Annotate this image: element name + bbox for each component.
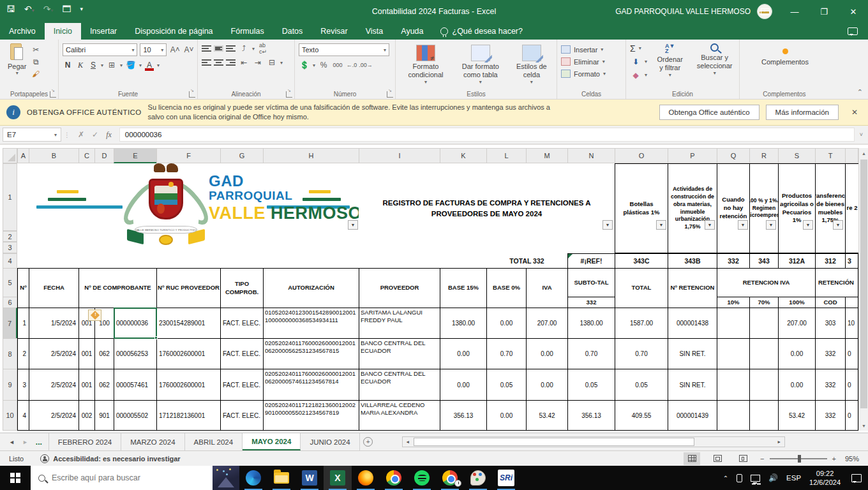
cell-U7[interactable]: 10: [845, 308, 858, 339]
cell-C8[interactable]: 001: [79, 338, 95, 369]
page-break-view-icon[interactable]: [735, 452, 751, 465]
cell-N9[interactable]: 0.05: [567, 369, 615, 401]
cell-R8[interactable]: [749, 338, 779, 369]
filter-dropdown-icon[interactable]: ▼: [803, 220, 813, 230]
number-dialog-launcher[interactable]: [387, 91, 393, 98]
column-header-M[interactable]: M: [526, 148, 568, 163]
column-header-D[interactable]: D: [94, 148, 114, 163]
row-header-7[interactable]: 7: [3, 308, 17, 339]
cell-A10[interactable]: 4: [17, 400, 29, 431]
cell-C10[interactable]: 002: [79, 400, 95, 431]
cell-K8[interactable]: 0.00: [440, 338, 487, 369]
cell-G10[interactable]: FACT. ELEC.: [220, 400, 264, 431]
cell-O9[interactable]: 0.05: [615, 369, 668, 401]
filter-dropdown-icon[interactable]: ▼: [833, 220, 843, 230]
sheet-tab-mayo[interactable]: MAYO 2024: [243, 433, 301, 450]
column-header-F[interactable]: F: [156, 148, 221, 163]
cell-T10[interactable]: 332: [815, 400, 846, 431]
clear-icon[interactable]: ◆▾: [630, 69, 647, 81]
row-header-8[interactable]: 8: [3, 338, 17, 369]
insert-function-icon[interactable]: fx: [106, 130, 112, 140]
filter-dropdown-icon[interactable]: ▼: [602, 220, 613, 230]
cell-U4[interactable]: 3: [845, 253, 858, 269]
sheet-tab-marzo[interactable]: MARZO 2024: [121, 433, 184, 450]
cell-S10[interactable]: 53.42: [778, 400, 816, 431]
cell-C9[interactable]: 001: [79, 369, 95, 401]
sheet-nav-right-icon[interactable]: ►: [22, 439, 28, 445]
cell-S4[interactable]: 312A: [778, 253, 816, 269]
shrink-font-icon[interactable]: A˅: [183, 45, 195, 55]
column-header-N[interactable]: N: [567, 148, 615, 163]
cell-H10[interactable]: 0205202401171218213600120029010000055021…: [263, 400, 359, 431]
cell-F9[interactable]: 1760002600001: [156, 369, 221, 401]
cell-O10[interactable]: 409.55: [615, 400, 668, 431]
cell-U6[interactable]: [845, 297, 858, 308]
excel-icon[interactable]: X: [324, 466, 352, 490]
conditional-formatting-button[interactable]: Formato condicional▾: [400, 43, 452, 86]
cell-I4[interactable]: [359, 253, 440, 269]
cell-S8[interactable]: 0.00: [778, 338, 816, 369]
zoom-out-icon[interactable]: −: [760, 455, 764, 463]
cell-R1[interactable]: 100 % y 1%.- Regimen microempresa: [749, 163, 779, 253]
column-header-O[interactable]: O: [615, 148, 668, 163]
cell-G4[interactable]: [220, 253, 264, 269]
cell-H7[interactable]: 0105202401230015428900120011000000000368…: [263, 308, 359, 339]
autosum-icon[interactable]: Σ▾: [630, 42, 647, 54]
cell-D10[interactable]: 901: [94, 400, 114, 431]
sort-filter-button[interactable]: A▼Z Ordenar y filtrar▾: [651, 42, 689, 81]
cell-G7[interactable]: FACT. ELEC.: [220, 308, 264, 339]
customize-qat-icon[interactable]: ▾: [80, 6, 84, 12]
cell-T4[interactable]: 312: [815, 253, 846, 269]
normal-view-icon[interactable]: [684, 452, 700, 465]
cell-B8[interactable]: 2/5/2024: [29, 338, 79, 369]
cell-R7[interactable]: [749, 308, 779, 339]
sheet-tab-abril[interactable]: ABRIL 2024: [185, 433, 243, 450]
more-sheets[interactable]: ...: [36, 438, 42, 447]
close-warning-icon[interactable]: ✕: [848, 108, 862, 117]
tab-inicio[interactable]: Inicio: [45, 23, 81, 40]
font-dialog-launcher[interactable]: [189, 91, 195, 98]
scroll-right-icon[interactable]: ►: [774, 437, 784, 447]
align-bottom-icon[interactable]: [226, 45, 236, 52]
tab-archivo[interactable]: Archivo: [0, 23, 45, 40]
cell-L9[interactable]: 0.05: [486, 369, 527, 401]
column-header-H[interactable]: H: [263, 148, 359, 163]
borders-icon[interactable]: ⊞: [106, 60, 117, 70]
orientation-icon[interactable]: ⤴: [238, 43, 250, 54]
cell-N10[interactable]: 356.13: [567, 400, 615, 431]
cell-H8[interactable]: 0205202401176000260000120010620000562531…: [263, 338, 359, 369]
paste-button[interactable]: Pegar▾: [4, 42, 30, 79]
file-explorer-icon[interactable]: [267, 466, 296, 490]
alignment-dialog-launcher[interactable]: [286, 91, 292, 98]
cell-O1[interactable]: Botellas plásticas 1%: [615, 163, 668, 253]
cell-R9[interactable]: [749, 369, 779, 401]
taskbar-search[interactable]: [31, 466, 213, 490]
cell-P9[interactable]: SIN RET.: [668, 369, 717, 401]
collapse-ribbon-icon[interactable]: ⌃: [857, 88, 863, 96]
cell-U8[interactable]: 0: [845, 338, 858, 369]
tell-me-search[interactable]: ¿Qué desea hacer?: [433, 23, 531, 40]
sheet-tab-febrero[interactable]: FEBRERO 2024: [49, 433, 121, 450]
volume-icon[interactable]: 🔊: [768, 473, 778, 482]
document-title-cell[interactable]: REGISTRO DE FACTURAS DE COMPRA Y RETENCI…: [359, 163, 615, 253]
zoom-level[interactable]: 95%: [845, 455, 859, 463]
cell-F7[interactable]: 2300154289001: [156, 308, 221, 339]
column-header-T[interactable]: T: [815, 148, 846, 163]
cell-D4[interactable]: [94, 253, 114, 269]
cell-T9[interactable]: 332: [815, 369, 846, 401]
cell-G8[interactable]: FACT. ELEC.: [220, 338, 264, 369]
cell-A4[interactable]: [17, 253, 29, 269]
cell-D9[interactable]: 062: [94, 369, 114, 401]
row-header-1[interactable]: 1: [3, 163, 17, 231]
format-cells-button[interactable]: Formato▾: [561, 68, 623, 80]
cell-styles-button[interactable]: Estilos de celda▾: [509, 43, 554, 86]
cell-B4[interactable]: [29, 253, 79, 269]
restore-button[interactable]: ❐: [809, 0, 839, 23]
vertical-scrollbar[interactable]: ▲ ▼: [858, 148, 868, 431]
cell-S1[interactable]: Productos agricoilas o Pecuarios 1%: [778, 163, 816, 253]
header-100[interactable]: 100%: [778, 297, 816, 308]
filter-dropdown-icon[interactable]: ▼: [705, 220, 715, 230]
cell-N4-ref-error[interactable]: #¡REF!: [567, 253, 615, 269]
error-smart-tag-icon[interactable]: [88, 309, 101, 321]
header-retencion-iva[interactable]: RETENCION IVA: [717, 268, 816, 297]
